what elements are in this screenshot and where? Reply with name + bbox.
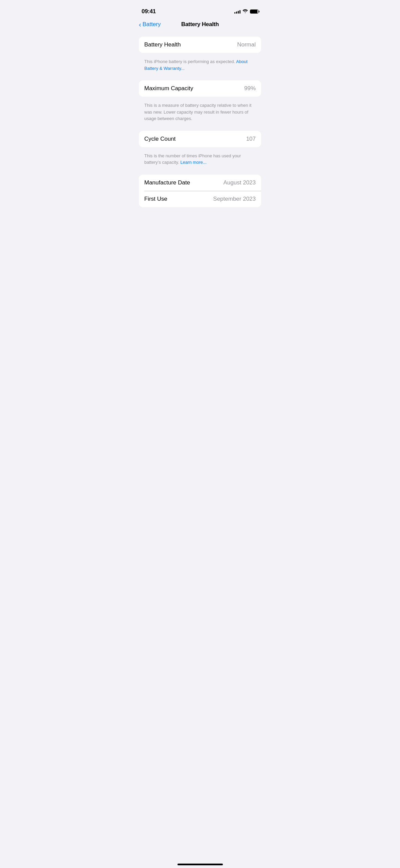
status-bar: 09:41 [133,0,267,18]
battery-health-card: Battery Health Normal [139,37,261,53]
signal-bars-icon [234,9,240,14]
maximum-capacity-row: Maximum Capacity 99% [139,80,261,97]
first-use-value: September 2023 [213,196,256,202]
maximum-capacity-card: Maximum Capacity 99% [139,80,261,97]
battery-health-description: This iPhone battery is performing as exp… [139,56,261,77]
manufacture-date-value: August 2023 [224,179,256,186]
cycle-count-description: This is the number of times iPhone has u… [139,150,261,171]
content-area: Battery Health Normal This iPhone batter… [133,33,267,213]
battery-health-value: Normal [237,41,256,48]
maximum-capacity-label: Maximum Capacity [144,85,193,92]
back-button[interactable]: ‹ Battery [139,21,161,28]
signal-bar-3 [238,11,239,14]
first-use-label: First Use [144,196,167,202]
battery-health-row: Battery Health Normal [139,37,261,53]
signal-bar-1 [234,12,235,14]
back-label: Battery [143,21,161,28]
nav-header: ‹ Battery Battery Health [133,18,267,33]
manufacture-date-row: Manufacture Date August 2023 [139,175,261,191]
learn-more-link[interactable]: Learn more... [180,160,206,165]
battery-warranty-link[interactable]: About Battery & Warranty... [144,59,248,71]
first-use-row: First Use September 2023 [139,191,261,207]
maximum-capacity-description: This is a measure of battery capacity re… [139,99,261,127]
status-time: 09:41 [142,8,156,15]
manufacture-date-label: Manufacture Date [144,179,190,186]
cycle-count-row: Cycle Count 107 [139,131,261,147]
signal-bar-2 [236,12,237,14]
status-icons [234,9,258,14]
cycle-count-value: 107 [246,136,256,142]
cycle-count-label: Cycle Count [144,136,176,142]
battery-icon [250,9,258,14]
cycle-count-card: Cycle Count 107 [139,131,261,147]
page-title: Battery Health [181,21,219,28]
signal-bar-4 [239,10,240,14]
maximum-capacity-value: 99% [244,85,256,92]
wifi-icon [243,9,248,14]
dates-card: Manufacture Date August 2023 First Use S… [139,175,261,208]
chevron-left-icon: ‹ [139,21,141,28]
battery-health-label: Battery Health [144,41,181,48]
